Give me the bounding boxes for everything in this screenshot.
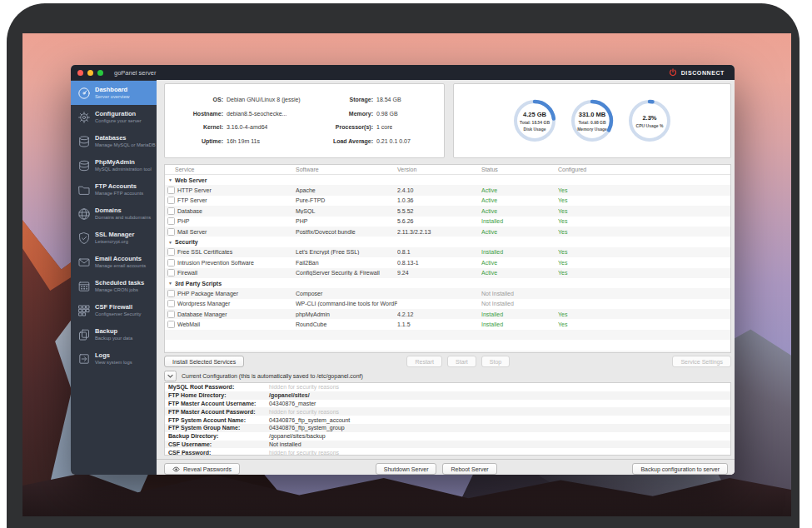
- disclosure-triangle-icon[interactable]: ▼: [168, 281, 175, 286]
- service-row-php[interactable]: PHP PHP 5.6.26 Installed Yes: [165, 217, 730, 227]
- service-group-3rd-party-scripts[interactable]: ▼ 3rd Party Scripts: [165, 278, 730, 288]
- zoom-window-button[interactable]: [97, 70, 103, 76]
- shutdown-server-button[interactable]: Shutdown Server: [376, 463, 437, 475]
- info-value: debian8.5-seochecke...: [227, 107, 286, 122]
- config-label: FTP Master Account Password:: [165, 409, 269, 415]
- backup-configuration-button[interactable]: Backup configuration to server: [632, 463, 728, 475]
- service-checkbox[interactable]: [167, 290, 175, 297]
- services-table: Service Software Version Status Configur…: [164, 164, 731, 353]
- service-row-wordpress-manager[interactable]: Wordpress Manager WP-CLI (command-line t…: [165, 299, 730, 309]
- service-checkbox[interactable]: [167, 321, 175, 328]
- sidebar-item-sublabel: View system logs: [95, 360, 132, 366]
- service-row-intrusion-prevention-software[interactable]: Intrusion Prevention Software Fail2Ban 0…: [165, 257, 730, 267]
- service-row-database[interactable]: Database MySQL 5.5.52 Active Yes: [165, 206, 730, 216]
- disconnect-button[interactable]: DISCONNECT: [669, 65, 725, 80]
- info-value: 16h 19m 11s: [227, 135, 260, 149]
- service-group-security[interactable]: ▼ Security: [165, 237, 730, 247]
- service-version: 9.24: [397, 270, 481, 276]
- config-value: Not installed: [269, 441, 730, 447]
- service-version: 5.6.26: [397, 218, 481, 224]
- sidebar-item-backup[interactable]: Backup Backup your data: [71, 322, 157, 346]
- config-label: FTP System Group Name:: [165, 425, 269, 431]
- service-checkbox[interactable]: [167, 300, 175, 307]
- service-status: Active: [481, 197, 558, 203]
- service-row-webmail[interactable]: WebMail RoundCube 1.1.5 Installed Yes: [165, 319, 730, 329]
- sidebar-item-databases[interactable]: Databases Manage MySQL or MariaDB: [71, 129, 157, 153]
- sidebar-item-scheduled-tasks[interactable]: Scheduled tasks Manage CRON jobs: [71, 274, 157, 298]
- service-software: MySQL: [296, 208, 397, 214]
- service-checkbox[interactable]: [167, 248, 175, 256]
- service-status: Installed: [481, 311, 558, 317]
- collapse-configuration-button[interactable]: [164, 371, 177, 381]
- service-checkbox[interactable]: [167, 207, 175, 215]
- service-checkbox[interactable]: [167, 217, 175, 225]
- service-row-mail-server[interactable]: Mail Server Postfix/Dovecot bundle 2.11.…: [165, 227, 730, 237]
- service-checkbox[interactable]: [167, 187, 175, 194]
- service-version: 0.8.1: [397, 249, 481, 255]
- service-checkbox[interactable]: [167, 269, 175, 276]
- disclosure-triangle-icon[interactable]: ▼: [168, 240, 175, 245]
- service-software: Apache: [296, 187, 397, 193]
- sidebar-item-configuration[interactable]: Configuration Configure your server: [71, 105, 157, 129]
- install-selected-services-button[interactable]: Install Selected Services: [164, 356, 244, 367]
- service-checkbox[interactable]: [167, 259, 175, 266]
- service-checkbox[interactable]: [167, 228, 175, 236]
- reveal-passwords-button[interactable]: Reveal Passwords: [164, 463, 240, 475]
- reboot-server-button[interactable]: Reboot Server: [442, 463, 496, 475]
- sidebar-item-label: Backup: [95, 327, 132, 335]
- configuration-panel: MySQL Root Password: hidden for security…: [164, 382, 731, 456]
- sidebar-item-label: FTP Accounts: [95, 182, 143, 190]
- column-header-version: Version: [397, 167, 481, 172]
- config-row-backup-directory: Backup Directory: /gopanel/sites/backup: [165, 432, 730, 441]
- sidebar-item-sublabel: Manage CRON jobs: [95, 287, 144, 293]
- service-configured: Yes: [558, 270, 730, 276]
- info-value: 1 core: [376, 121, 392, 135]
- service-row-ftp-server[interactable]: FTP Server Pure-FTPD 1.0.36 Active Yes: [165, 196, 730, 206]
- service-name: PHP: [177, 218, 189, 224]
- service-status: Not Installed: [481, 301, 558, 306]
- service-name: Wordpress Manager: [177, 301, 230, 306]
- service-row-free-ssl-certificates[interactable]: Free SSL Certificates Let's Encrypt (Fre…: [165, 247, 730, 257]
- sidebar-item-sublabel: Manage email accounts: [95, 263, 146, 269]
- service-name: WebMail: [177, 321, 200, 327]
- sidebar-item-ssl-manager[interactable]: SSL Manager Letsencrypt.org: [71, 226, 157, 250]
- info-label: Kernel:: [172, 121, 223, 135]
- sidebar-item-dashboard[interactable]: Dashboard Server overview: [71, 81, 157, 105]
- service-name: Firewall: [177, 270, 197, 276]
- service-software: RoundCube: [296, 321, 397, 327]
- config-row-ftp-system-account-name: FTP System Account Name: 04340876_ftp_sy…: [165, 416, 730, 424]
- service-row-php-package-manager[interactable]: PHP Package Manager Composer Not Install…: [165, 288, 730, 298]
- service-status: Active: [481, 260, 558, 266]
- service-version: 1.1.5: [397, 321, 481, 327]
- gauge-total: Total: 0.98 GB: [578, 120, 605, 125]
- sidebar-item-sublabel: MySQL administration tool: [95, 167, 152, 172]
- config-value: hidden for security reasons: [269, 384, 730, 390]
- service-name: Intrusion Prevention Software: [177, 260, 254, 266]
- sidebar-item-label: Dashboard: [95, 86, 130, 93]
- close-window-button[interactable]: [77, 70, 83, 76]
- sidebar-item-phpmyadmin[interactable]: PhpMyAdmin MySQL administration tool: [71, 153, 157, 177]
- service-group-web-server[interactable]: ▼ Web Server: [165, 175, 730, 185]
- service-checkbox[interactable]: [167, 197, 175, 204]
- config-value: 04340876_ftp_system_group: [269, 425, 730, 431]
- service-configured: Yes: [558, 187, 730, 193]
- sidebar-item-domains[interactable]: Domains Domains and subdomains: [71, 202, 157, 226]
- sidebar-item-email-accounts[interactable]: Email Accounts Manage email accounts: [71, 250, 157, 274]
- screenshot-stage: goPanel server DISCONNECT Dashboard Serv…: [0, 0, 812, 528]
- service-row-database-manager[interactable]: Database Manager phpMyAdmin 4.2.12 Insta…: [165, 309, 730, 319]
- disclosure-triangle-icon[interactable]: ▼: [168, 177, 175, 182]
- minimize-window-button[interactable]: [87, 70, 93, 76]
- info-label: OS:: [172, 93, 223, 107]
- info-label: Memory:: [313, 107, 373, 122]
- sidebar-item-ftp-accounts[interactable]: FTP Accounts Manage FTP accounts: [71, 177, 157, 202]
- sidebar-item-sublabel: Letsencrypt.org: [95, 239, 134, 245]
- sidebar-item-label: Email Accounts: [95, 255, 146, 262]
- service-software: ConfigServer Security & Firewall: [296, 270, 397, 276]
- service-row-http-server[interactable]: HTTP Server Apache 2.4.10 Active Yes: [165, 185, 730, 195]
- sidebar-item-csf-firewall[interactable]: CSF Firewall Configserver Security: [71, 298, 157, 322]
- service-software: Composer: [296, 291, 397, 296]
- service-row-firewall[interactable]: Firewall ConfigServer Security & Firewal…: [165, 268, 730, 278]
- service-checkbox[interactable]: [167, 311, 175, 318]
- server-power-buttons: Shutdown Server Reboot Server: [376, 463, 497, 475]
- sidebar-item-logs[interactable]: Logs View system logs: [71, 346, 157, 371]
